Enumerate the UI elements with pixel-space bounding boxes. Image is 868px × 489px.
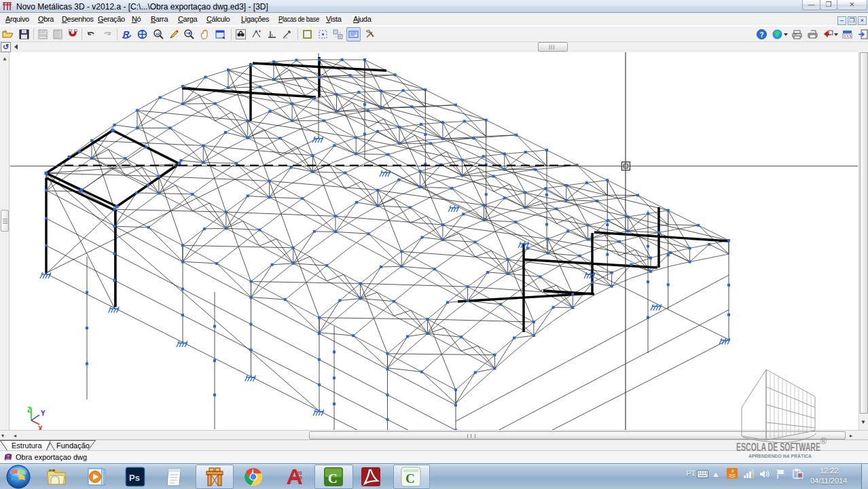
svg-text:x2: x2	[156, 32, 160, 36]
svg-text:C: C	[328, 471, 338, 486]
svg-text:?: ?	[7, 454, 10, 458]
svg-text:Z: Z	[27, 406, 31, 414]
svg-text:Fundação: Fundação	[56, 441, 90, 450]
svg-text:C: C	[405, 471, 415, 486]
svg-text:DWG: DWG	[39, 34, 47, 37]
svg-text:Y: Y	[41, 410, 46, 417]
svg-text:?: ?	[760, 31, 764, 39]
svg-text:Ps: Ps	[129, 473, 140, 483]
svg-text:Estrutura: Estrutura	[12, 441, 43, 450]
svg-text:10: 10	[297, 475, 302, 480]
svg-text:20: 20	[297, 471, 302, 475]
